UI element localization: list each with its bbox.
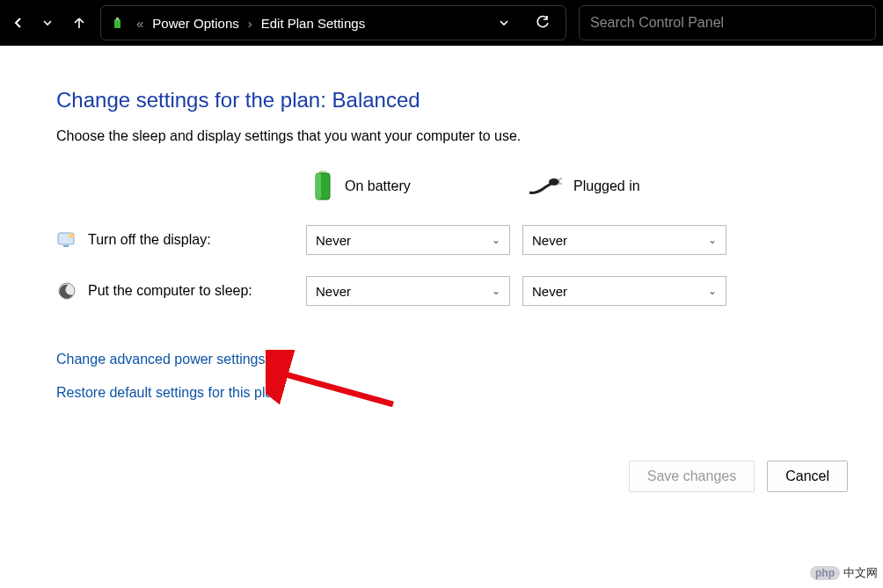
save-button: Save changes: [629, 461, 755, 492]
address-dropdown-button[interactable]: [490, 17, 518, 29]
display-battery-value: Never: [316, 233, 351, 248]
main-content: Change settings for the plan: Balanced C…: [0, 46, 883, 401]
link-restore-defaults[interactable]: Restore default settings for this plan: [56, 385, 883, 401]
svg-rect-4: [316, 173, 321, 200]
nav-up-button[interactable]: [63, 0, 95, 46]
monitor-icon: [56, 229, 77, 250]
chevron-down-icon: ⌄: [492, 285, 500, 297]
display-plugged-select[interactable]: Never ⌄: [522, 225, 726, 255]
search-field[interactable]: [579, 5, 876, 40]
power-icon: [110, 15, 126, 31]
chevron-down-icon: [498, 17, 510, 29]
display-battery-select[interactable]: Never ⌄: [306, 225, 510, 255]
breadcrumb-item-power-options[interactable]: Power Options: [152, 16, 238, 31]
up-arrow-icon: [72, 16, 86, 30]
sleep-battery-value: Never: [316, 284, 351, 299]
back-arrow-icon: [12, 17, 25, 29]
toolbar: « Power Options › Edit Plan Settings: [0, 0, 883, 46]
watermark-badge: php: [810, 566, 840, 580]
settings-grid: On battery Plugged in: [56, 169, 883, 306]
footer-buttons: Save changes Cancel: [629, 461, 848, 492]
svg-rect-10: [63, 245, 69, 247]
display-plugged-value: Never: [532, 233, 567, 248]
address-bar[interactable]: « Power Options › Edit Plan Settings: [100, 5, 566, 40]
sleep-plugged-value: Never: [532, 284, 567, 299]
plug-icon: [528, 175, 563, 198]
page-subtext: Choose the sleep and display settings th…: [56, 128, 883, 144]
chevron-down-icon: ⌄: [492, 234, 500, 246]
recent-locations-dropdown[interactable]: [33, 17, 62, 29]
svg-rect-1: [116, 18, 119, 20]
breadcrumb-separator: ›: [248, 16, 252, 31]
refresh-button[interactable]: [529, 15, 557, 31]
column-header-battery-label: On battery: [345, 178, 411, 194]
watermark: php 中文网: [810, 565, 878, 581]
search-input[interactable]: [590, 15, 865, 31]
refresh-icon: [535, 15, 551, 31]
column-header-plugged: Plugged in: [522, 175, 726, 198]
row-label-sleep-text: Put the computer to sleep:: [88, 283, 252, 299]
column-header-plugged-label: Plugged in: [573, 178, 640, 194]
sleep-plugged-select[interactable]: Never ⌄: [522, 276, 726, 306]
svg-line-6: [558, 178, 562, 180]
chevron-down-icon: [41, 17, 54, 29]
chevron-down-icon: ⌄: [708, 285, 717, 297]
nav-back-button[interactable]: [0, 0, 32, 46]
svg-rect-0: [114, 19, 120, 28]
row-label-sleep: Put the computer to sleep:: [56, 280, 294, 301]
moon-icon: [56, 280, 77, 301]
column-header-battery: On battery: [306, 169, 510, 204]
page-title: Change settings for the plan: Balanced: [56, 88, 883, 113]
sleep-battery-select[interactable]: Never ⌄: [306, 276, 510, 306]
breadcrumb-prefix: «: [136, 16, 143, 31]
chevron-down-icon: ⌄: [708, 234, 717, 246]
watermark-text: 中文网: [843, 565, 878, 581]
breadcrumb-item-edit-plan[interactable]: Edit Plan Settings: [261, 16, 365, 31]
breadcrumb: « Power Options › Edit Plan Settings: [136, 16, 479, 31]
battery-icon: [311, 169, 334, 204]
svg-point-9: [69, 233, 74, 238]
row-label-display-text: Turn off the display:: [88, 232, 211, 248]
row-label-display: Turn off the display:: [56, 229, 294, 250]
link-advanced-settings[interactable]: Change advanced power settings: [56, 352, 883, 367]
cancel-button[interactable]: Cancel: [767, 461, 848, 492]
